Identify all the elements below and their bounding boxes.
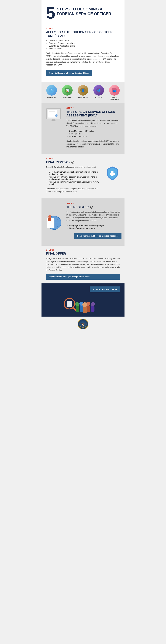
management-label: MANAGEMENT (78, 97, 89, 98)
step5-body: Foreign Service candidates are hired in … (46, 257, 120, 272)
step3-body: To qualify for a final offer of employme… (46, 166, 103, 169)
political-icon: 🌐 (93, 85, 104, 96)
seal-svg: 🦅 (79, 320, 87, 328)
step4-question-mark: ? (90, 206, 93, 208)
political-svg: 🌐 (96, 87, 102, 93)
consular-label: CONSULAR (47, 97, 56, 98)
diplomacy-icon: 👥 (109, 85, 120, 96)
consular-icon: ✈ (46, 85, 57, 96)
svg-rect-12 (48, 110, 57, 118)
track-economic: 📊 ECONOMIC (60, 85, 74, 98)
step1-label: STEP 1: (46, 27, 120, 30)
step2-illustration: ☞ (41, 103, 66, 154)
step3-question-mark: ? (71, 161, 74, 164)
step1-bullets: Choose a Career Track Complete Personal … (46, 39, 120, 50)
hero-section: 5 STEPS TO BECOMING A FOREIGN SERVICE OF… (41, 0, 125, 24)
monitor-svg: ☞ (44, 108, 63, 123)
step2-bullet-1: Case Management Exercise (69, 130, 122, 132)
diplomacy-label: PUBLIC DIPLOMACY (108, 97, 121, 100)
final-offer-cta-button[interactable]: What happens after you accept a final of… (46, 274, 120, 280)
final-cta-container: Visit the Download Center (46, 286, 120, 292)
track-political: 🌐 POLITICAL (92, 85, 106, 98)
step1-bullet-2: Complete Personal Narratives (49, 42, 120, 44)
step2-body: The FSOA is offered in Washington, D.C. … (66, 119, 122, 128)
hero-title-line2: FOREIGN SERVICE OFFICER (57, 12, 111, 16)
svg-text:📊: 📊 (66, 89, 69, 92)
hero-title-line1: STEPS TO BECOMING A (57, 7, 102, 11)
svg-rect-48 (76, 306, 79, 312)
final-illustration (46, 296, 120, 314)
svg-text:👤: 👤 (81, 89, 85, 92)
step3-footer: Candidates who meet all three eligibilit… (46, 188, 103, 193)
step4-bullets: Language ability in certain languages Ve… (66, 224, 122, 229)
step4-bullet-1: Language ability in certain languages (69, 224, 122, 226)
state-dept-seal: 🦅 (78, 319, 88, 330)
career-tracks-section: ✈ CONSULAR 📊 ECONOMIC 👤 MANAGEMENT (41, 82, 125, 103)
svg-point-47 (75, 302, 79, 306)
hero-title: STEPS TO BECOMING A FOREIGN SERVICE OFFI… (57, 4, 111, 16)
step1-title: APPLY FOR THE FOREIGN SERVICE OFFICER TE… (46, 30, 120, 38)
svg-rect-18 (52, 119, 55, 120)
economic-icon: 📊 (62, 85, 73, 96)
page: 5 STEPS TO BECOMING A FOREIGN SERVICE OF… (41, 0, 125, 332)
learn-more-registers-button[interactable]: Learn more about Foreign Service Registe… (74, 233, 122, 239)
step4-cta-container: Learn more about Foreign Service Registe… (66, 232, 122, 242)
step2-bullets: Case Management Exercise Group Exercise … (66, 130, 122, 138)
step2-content: STEP 2: THE FOREIGN SERVICE OFFICER ASSE… (66, 103, 125, 154)
step3-title: FINAL REVIEWS ? (46, 160, 74, 164)
step5-section: STEP 5: FINAL OFFER Foreign Service cand… (41, 246, 125, 284)
svg-text:🦅: 🦅 (81, 322, 85, 326)
svg-rect-32 (48, 218, 51, 221)
diplomacy-svg: 👥 (111, 87, 117, 93)
track-consular: ✈ CONSULAR (45, 85, 58, 98)
svg-rect-42 (86, 306, 90, 312)
step3-shield-container (105, 166, 120, 181)
step4-title: THE REGISTER ? (66, 205, 93, 209)
svg-rect-21 (110, 172, 115, 175)
step3-inner: To qualify for a final offer of employme… (46, 166, 120, 196)
step4-content: STEP 4: THE REGISTER ? The Register is a… (66, 198, 125, 246)
step5-label: STEP 5: (46, 249, 120, 251)
final-section: Visit the Download Center (41, 284, 125, 316)
track-diplomacy: 👥 PUBLIC DIPLOMACY (108, 85, 121, 100)
step1-bullet-3: Submit FSO Application online (49, 45, 120, 47)
apply-fso-button[interactable]: Apply to Become a Foreign Service Office… (46, 70, 92, 76)
step4-label: STEP 4: (66, 202, 122, 205)
people-illustration-svg (60, 296, 106, 314)
step2-bullet-3: Structured Interview (69, 135, 122, 138)
step3-section: STEP 3: FINAL REVIEWS ? To qualify for a… (41, 154, 125, 198)
economic-svg: 📊 (64, 87, 70, 93)
step2-bullet-2: Group Exercise (69, 133, 122, 135)
step5-title: FINAL OFFER (46, 252, 120, 255)
management-icon: 👤 (78, 85, 88, 96)
track-management: 👤 MANAGEMENT (76, 85, 90, 98)
svg-text:✈: ✈ (51, 89, 53, 92)
step4-body: The Register is a rank-ordered list of s… (66, 211, 122, 222)
svg-rect-46 (91, 306, 94, 312)
step2-footer: Candidates who receive a passing score i… (66, 140, 122, 148)
step1-bullet-1: Choose a Career Track (49, 39, 120, 42)
svg-text:👥: 👥 (113, 89, 116, 92)
step3-bullet-2: Receive a Top Secret security clearance … (49, 176, 103, 180)
step1-bullet-4: Take the FSOT (49, 48, 120, 50)
step1-section: STEP 1: APPLY FOR THE FOREIGN SERVICE OF… (41, 24, 125, 82)
step4-section: STEP 4: THE REGISTER ? The Register is a… (41, 198, 125, 246)
hero-number: 5 (46, 4, 55, 21)
step2-section: ☞ STEP 2: THE FOREIGN SERVICE OFFICER AS… (41, 103, 125, 154)
management-svg: 👤 (80, 87, 86, 93)
svg-point-31 (48, 215, 51, 218)
step4-illustration (41, 198, 66, 246)
step3-content: To qualify for a final offer of employme… (46, 166, 103, 196)
svg-rect-19 (51, 120, 56, 121)
svg-point-45 (91, 302, 95, 306)
step3-bullet-1: Meet the minimum medical qualifications … (49, 171, 103, 175)
docs-svg (44, 212, 63, 232)
step3-label: STEP 3: (46, 157, 120, 160)
step1-body: Applications to the Foreign Service are … (46, 52, 120, 66)
step3-bullet-3: Receive a positive evaluation from a sui… (49, 181, 103, 185)
download-center-button[interactable]: Visit the Download Center (90, 286, 120, 292)
svg-rect-44 (83, 307, 87, 313)
step2-label: STEP 2: (66, 107, 122, 109)
step3-bullets: Meet the minimum medical qualifications … (46, 171, 103, 185)
economic-label: ECONOMIC (63, 97, 72, 98)
